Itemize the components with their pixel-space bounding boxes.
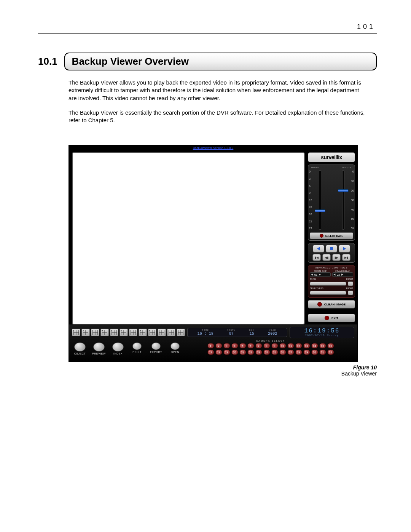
rewind-button[interactable] [313,245,324,252]
camera-25-button[interactable]: 25 [271,350,278,355]
camera-2-button[interactable]: 2 [215,343,222,348]
layout-icon-2[interactable]: 2 [81,329,90,336]
exit-button[interactable]: EXIT [308,314,355,322]
app-titlebar: BackupViewer Version 1.0.0.0 [69,145,357,151]
camera-23-button[interactable]: 23 [255,350,262,355]
index-button[interactable]: INDEX [110,342,126,355]
camera-31-button[interactable]: 31 [319,350,326,355]
minute-handle[interactable] [338,189,349,192]
skip-end-button[interactable]: ▶▮ [342,254,350,261]
camera-22-button[interactable]: 22 [247,350,254,355]
advanced-title: ADVANCED CONTROLS [310,267,353,269]
camera-15-button[interactable]: 15 [319,343,326,348]
camera-16-button[interactable]: 16 [327,343,334,348]
brightness-slider[interactable] [310,291,346,295]
figure-caption-text: Backup Viewer [68,371,377,377]
open-icon [170,342,180,350]
layout-icon-4[interactable]: 4 [100,329,109,336]
layout-icon-12[interactable] [177,329,185,336]
section-number: 10.1 [38,56,57,67]
advanced-controls-panel: ADVANCED CONTROLS FRAME SKIP ◀ 01 ▶ [308,265,355,298]
camera-30-button[interactable]: 30 [311,350,318,355]
minute-tick: 50 [351,217,354,220]
hour-tick: 23 [309,227,312,230]
time-picker-panel: HOUR MINUTE 0 3 6 9 12 [308,165,355,241]
index-icon [112,342,124,351]
step-back-button[interactable]: ◀▮ [322,254,331,261]
layout-icon-9[interactable]: 9 [148,329,156,336]
hour-handle[interactable] [315,209,325,212]
camera-24-button[interactable]: 24 [263,350,270,355]
camera-28-button[interactable]: 28 [295,350,302,355]
obj-btn-label: OBJECT [74,352,86,355]
select-date-button[interactable]: SELECT DATE [310,232,353,239]
zoom-reset-button[interactable] [348,281,353,286]
frame-delay-stepper[interactable]: ◀ 03 ▶ [332,272,353,277]
camera-4-button[interactable]: 4 [231,343,238,348]
hour-tick: 21 [309,220,312,223]
page-number: 101 [38,23,377,31]
paragraph-2: The Backup Viewer is essentially the sea… [68,109,365,125]
export-button[interactable]: EXPORT [148,342,164,355]
layout-icon-1[interactable]: 1 [72,329,80,336]
select-date-label: SELECT DATE [325,235,343,237]
chevron-right-icon[interactable]: ▶ [319,273,321,276]
camera-6-button[interactable]: 6 [247,343,254,348]
clock-time: 16:19:56 [304,328,340,334]
step-forward-button[interactable]: ▮▶ [332,254,341,261]
layout-icon-5[interactable]: 5 [110,329,118,336]
camera-14-button[interactable]: 14 [311,343,318,348]
camera-5-button[interactable]: 5 [239,343,246,348]
layout-icon-10[interactable] [158,329,166,336]
camera-12-button[interactable]: 12 [295,343,302,348]
open-button[interactable]: OPEN [167,342,183,355]
clean-image-button[interactable]: CLEAN-IMAGE [308,300,355,308]
layout-icon-11[interactable] [167,329,175,336]
camera-20-button[interactable]: 20 [231,350,238,355]
camera-3-button[interactable]: 3 [223,343,230,348]
camera-10-button[interactable]: 10 [279,343,286,348]
camera-18-button[interactable]: 18 [215,350,222,355]
zoom-label: ZOOM [310,278,346,280]
preview-button[interactable]: PREVIEW [91,342,107,355]
minute-slider[interactable]: 0 10 20 30 40 50 59 [331,170,355,230]
chevron-left-icon[interactable]: ◀ [333,273,335,276]
figure-label: Figure 10 [353,364,377,371]
camera-27-button[interactable]: 27 [287,350,294,355]
camera-19-button[interactable]: 19 [223,350,230,355]
minute-tick: 30 [351,199,354,201]
skip-start-button[interactable]: ▮◀ [312,254,321,261]
camera-17-button[interactable]: 17 [207,350,214,355]
chevron-left-icon[interactable]: ◀ [311,273,313,276]
layout-icon-3[interactable]: 3 [91,329,99,336]
play-button[interactable] [339,245,350,252]
print-button[interactable]: PRINT [129,342,145,355]
month-label: MONTH [227,329,236,332]
camera-29-button[interactable]: 29 [303,350,310,355]
brightness-reset-button[interactable] [348,291,353,295]
chevron-right-icon[interactable]: ▶ [341,273,343,276]
brightness-label: BRIGHTNESS [310,287,346,289]
camera-1-button[interactable]: 1 [207,343,214,348]
camera-9-button[interactable]: 9 [271,343,278,348]
video-display-area[interactable] [72,152,305,324]
camera-7-button[interactable]: 7 [255,343,262,348]
zoom-slider[interactable] [310,282,346,286]
stop-button[interactable] [326,245,337,252]
layout-icon-6[interactable]: 6 [119,329,128,336]
object-button[interactable]: OBJECT [72,342,88,355]
hour-slider[interactable]: 0 3 6 9 12 15 18 21 23 [308,170,331,230]
layout-icon-7[interactable]: 7 [129,329,137,336]
camera-21-button[interactable]: 21 [239,350,246,355]
frame-skip-stepper[interactable]: ◀ 01 ▶ [310,272,331,277]
paragraph-1: The Backup Viewer allows you to play bac… [68,79,365,102]
camera-32-button[interactable]: 32 [327,350,334,355]
minute-tick: 20 [351,189,354,192]
camera-8-button[interactable]: 8 [263,343,270,348]
obj-btn-label: PREVIEW [92,352,106,355]
camera-26-button[interactable]: 26 [279,350,286,355]
camera-13-button[interactable]: 13 [303,343,310,348]
date-time-readout: TIME16 : 18 MONTH07 DAY15 YEAR2002 [187,328,287,337]
layout-icon-8[interactable]: 8 [139,329,147,336]
camera-11-button[interactable]: 11 [287,343,294,348]
